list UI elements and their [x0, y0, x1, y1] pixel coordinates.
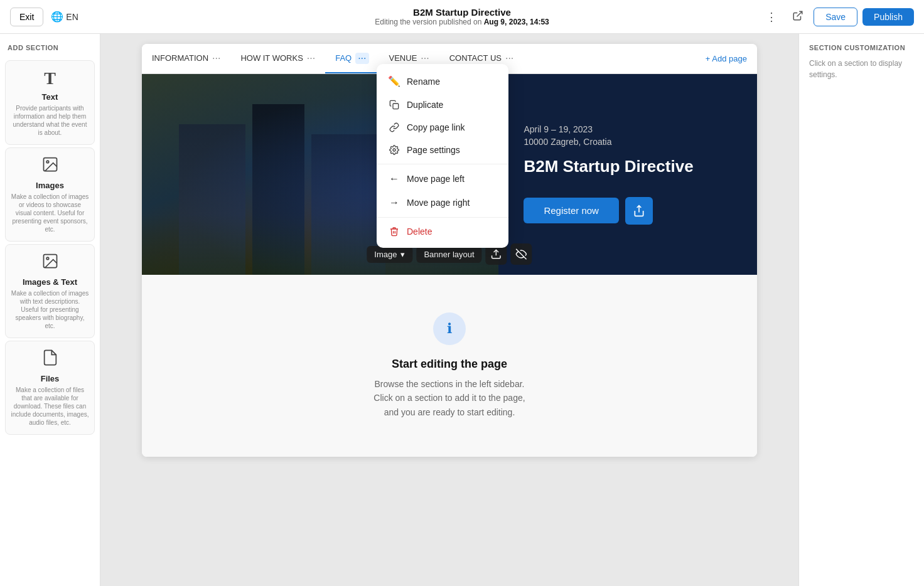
- version-info: Editing the version published on Aug 9, …: [375, 18, 549, 26]
- exit-button[interactable]: Exit: [10, 8, 43, 26]
- section-item-images-text-label: Images & Text: [23, 277, 77, 287]
- arrow-right-icon: →: [388, 197, 400, 208]
- topbar: Exit 🌐 EN B2M Startup Directive Editing …: [0, 0, 924, 34]
- topbar-left: Exit 🌐 EN: [10, 8, 78, 26]
- external-link-button[interactable]: [787, 6, 808, 27]
- svg-line-0: [797, 11, 802, 16]
- context-menu: ✏️ Rename Duplicate Copy page link Page: [377, 64, 508, 248]
- publish-button[interactable]: Publish: [862, 8, 914, 26]
- files-icon: [41, 349, 59, 370]
- section-item-files-label: Files: [41, 374, 60, 383]
- lang-label: EN: [66, 12, 78, 22]
- link-icon: [388, 122, 400, 132]
- visibility-button[interactable]: [511, 243, 532, 265]
- menu-divider-2: [377, 217, 508, 218]
- menu-item-page-settings[interactable]: Page settings: [377, 139, 508, 161]
- info-icon: ℹ: [433, 312, 466, 345]
- chevron-down-icon: ▾: [400, 250, 405, 259]
- section-item-images[interactable]: Images Make a collection of images or vi…: [5, 147, 95, 242]
- menu-item-rename[interactable]: ✏️ Rename: [377, 69, 508, 93]
- text-icon: T: [44, 68, 56, 88]
- section-item-images-label: Images: [36, 181, 64, 190]
- menu-item-delete[interactable]: Delete: [377, 220, 508, 243]
- banner-location: 10000 Zagreb, Croatia: [524, 137, 693, 147]
- nav-contact-us-more[interactable]: ···: [505, 53, 513, 64]
- share-button[interactable]: [625, 197, 653, 225]
- right-sidebar-hint: Click on a section to display settings.: [809, 58, 914, 80]
- add-page-button[interactable]: + Add page: [696, 54, 757, 63]
- hint-title: Start editing the page: [154, 358, 744, 371]
- edit-hint: ℹ Start editing the page Browse the sect…: [142, 275, 757, 457]
- trash-icon: [388, 226, 400, 237]
- left-sidebar: ADD SECTION T Text Provide participants …: [0, 34, 100, 586]
- banner-right-panel: April 9 – 19, 2023 10000 Zagreb, Croatia…: [498, 74, 757, 275]
- save-button[interactable]: Save: [814, 8, 857, 26]
- section-item-files[interactable]: Files Make a collection of files that ar…: [5, 341, 95, 435]
- nav-information[interactable]: INFORMATION ···: [142, 44, 230, 73]
- nav-how-it-works-more[interactable]: ···: [307, 53, 315, 64]
- image-chip[interactable]: Image ▾: [367, 246, 412, 263]
- globe-icon: 🌐: [51, 11, 63, 23]
- menu-item-copy-link[interactable]: Copy page link: [377, 116, 508, 139]
- banner-content: April 9 – 19, 2023 10000 Zagreb, Croatia…: [498, 102, 718, 247]
- right-sidebar: SECTION CUSTOMIZATION Click on a section…: [798, 34, 924, 586]
- right-sidebar-title: SECTION CUSTOMIZATION: [809, 44, 914, 51]
- section-item-images-text-desc: Make a collection of images with text de…: [11, 289, 89, 330]
- images-text-icon: [41, 252, 59, 274]
- section-item-text-desc: Provide participants with information an…: [11, 104, 89, 137]
- rename-icon: ✏️: [388, 75, 400, 87]
- topbar-center: B2M Startup Directive Editing the versio…: [375, 7, 549, 26]
- svg-rect-5: [393, 104, 399, 109]
- svg-point-6: [393, 149, 395, 151]
- more-options-button[interactable]: ⋮: [761, 8, 782, 26]
- section-item-files-desc: Make a collection of files that are avai…: [11, 386, 89, 427]
- nav-faq[interactable]: FAQ ···: [325, 44, 379, 73]
- nav-information-more[interactable]: ···: [212, 53, 220, 64]
- section-item-text-label: Text: [42, 92, 58, 102]
- images-icon: [41, 156, 59, 177]
- layout-chip[interactable]: Banner layout: [416, 246, 481, 263]
- hint-description: Browse the sections in the left sidebar.…: [154, 377, 744, 419]
- register-button[interactable]: Register now: [524, 198, 619, 223]
- menu-item-move-right[interactable]: → Move page right: [377, 191, 508, 215]
- topbar-right: ⋮ Save Publish: [761, 6, 914, 27]
- arrow-left-icon: ←: [388, 173, 400, 184]
- section-item-images-text[interactable]: Images & Text Make a collection of image…: [5, 244, 95, 338]
- settings-icon: [388, 145, 400, 155]
- duplicate-icon: [388, 100, 400, 110]
- banner-date: April 9 – 19, 2023: [524, 124, 693, 134]
- language-selector[interactable]: 🌐 EN: [51, 11, 78, 23]
- svg-point-4: [46, 257, 49, 260]
- event-title: B2M Startup Directive: [375, 7, 549, 18]
- nav-faq-more[interactable]: ···: [355, 53, 368, 64]
- section-item-images-desc: Make a collection of images or videos to…: [11, 193, 89, 233]
- svg-point-2: [46, 161, 49, 163]
- menu-item-move-left[interactable]: ← Move page left: [377, 167, 508, 191]
- nav-venue-more[interactable]: ···: [421, 53, 429, 64]
- canvas-wrapper: ✏️ Rename Duplicate Copy page link Page: [100, 34, 798, 586]
- section-item-text[interactable]: T Text Provide participants with informa…: [5, 60, 95, 145]
- banner-buttons: Register now: [524, 197, 693, 225]
- menu-item-duplicate[interactable]: Duplicate: [377, 93, 508, 116]
- menu-divider-1: [377, 164, 508, 164]
- sidebar-title: ADD SECTION: [5, 44, 95, 51]
- nav-how-it-works[interactable]: HOW IT WORKS ···: [230, 44, 325, 73]
- banner-title: B2M Startup Directive: [524, 157, 693, 176]
- main-layout: ADD SECTION T Text Provide participants …: [0, 34, 924, 586]
